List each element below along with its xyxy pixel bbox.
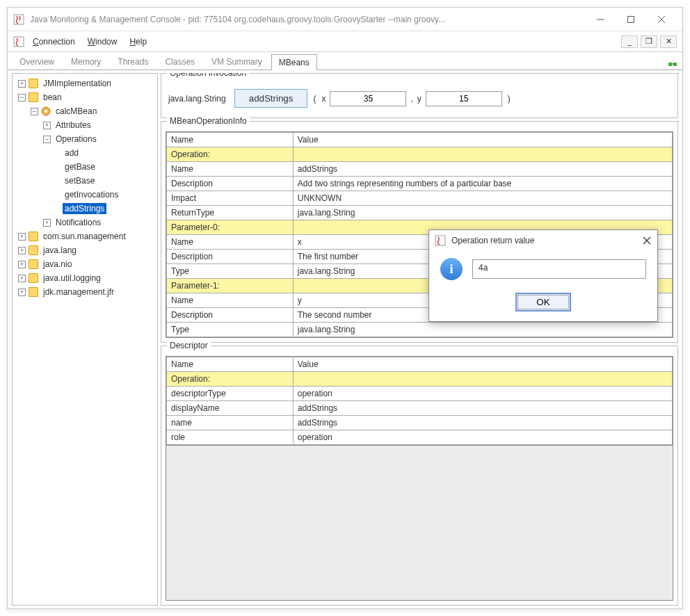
return-type-label: java.lang.String xyxy=(168,94,226,104)
result-field[interactable]: 4a xyxy=(472,259,646,279)
tree-node-java-lang[interactable]: +java.lang xyxy=(13,243,157,257)
maximize-button[interactable] xyxy=(616,10,646,29)
mdi-restore-button[interactable]: ❐ xyxy=(641,35,657,48)
tree-node-setbase[interactable]: setBase xyxy=(13,174,157,188)
group-title: Descriptor xyxy=(167,341,211,350)
table-row[interactable]: Operation: xyxy=(167,372,673,387)
tree-node-com-sun-management[interactable]: +com.sun.management xyxy=(13,229,157,243)
expand-icon[interactable]: + xyxy=(18,289,26,296)
main-panel: Operation invocation java.lang.String ad… xyxy=(161,73,678,606)
svg-rect-2 xyxy=(628,16,634,22)
descriptor-empty-area xyxy=(166,446,673,601)
close-button[interactable] xyxy=(646,10,677,29)
cell-value: addStrings xyxy=(293,162,672,177)
table-row[interactable]: ReturnTypejava.lang.String xyxy=(167,206,673,220)
tab-classes[interactable]: Classes xyxy=(157,54,202,70)
cell-name: Description xyxy=(167,177,294,191)
expand-icon[interactable]: + xyxy=(18,80,26,88)
connection-status-icon xyxy=(667,58,678,70)
th-name: Name xyxy=(167,357,294,372)
table-row[interactable]: roleoperation xyxy=(167,430,673,445)
collapse-icon[interactable]: – xyxy=(18,94,26,102)
group-title: Operation invocation xyxy=(167,73,249,78)
menu-window[interactable]: Window xyxy=(88,37,118,47)
table-row[interactable]: ImpactUNKNOWN xyxy=(167,191,673,206)
tab-overview[interactable]: Overview xyxy=(12,54,62,70)
table-row[interactable]: Operation: xyxy=(167,147,673,162)
ok-button[interactable]: OK xyxy=(515,293,570,311)
tree-node-attributes[interactable]: +Attributes xyxy=(13,118,157,132)
mdi-close-button[interactable]: ✕ xyxy=(660,35,677,48)
group-title: MBeanOperationInfo xyxy=(167,116,250,126)
folder-icon xyxy=(29,287,38,297)
table-row[interactable]: NameaddStrings xyxy=(167,162,673,177)
tab-vm-summary[interactable]: VM Summary xyxy=(204,54,270,70)
menu-help[interactable]: Help xyxy=(129,37,147,47)
tree-node-calcmbean[interactable]: –calcMBean xyxy=(13,104,157,118)
cell-value: Add two strings representing numbers of … xyxy=(293,177,672,191)
tree-node-add[interactable]: add xyxy=(13,146,157,160)
tree-node-bean[interactable]: –bean xyxy=(13,90,157,104)
tree-node-java-util-logging[interactable]: +java.util.logging xyxy=(13,271,157,285)
dialog-close-button[interactable] xyxy=(642,236,652,245)
menu-connection[interactable]: Connection xyxy=(33,37,75,47)
descriptor-table: NameValue Operation:descriptorTypeoperat… xyxy=(166,357,673,445)
tree-node-notifications[interactable]: +Notifications xyxy=(13,216,157,229)
mbean-icon xyxy=(41,106,51,116)
cell-name: role xyxy=(167,430,294,445)
param-x-label: x xyxy=(321,94,326,104)
rparen: ) xyxy=(508,94,511,104)
svg-point-10 xyxy=(45,110,47,113)
expand-icon[interactable]: + xyxy=(43,122,51,129)
cell-name: Operation: xyxy=(167,372,294,387)
tree-node-operations[interactable]: –Operations xyxy=(13,132,157,146)
tree-node-addstrings[interactable]: addStrings xyxy=(13,202,157,216)
expand-icon[interactable]: + xyxy=(18,261,26,268)
cell-value: addStrings xyxy=(293,401,672,416)
cell-name: Type xyxy=(167,264,294,279)
cell-name: Operation: xyxy=(167,147,294,162)
tree-node-jmimplementation[interactable]: +JMImplementation xyxy=(13,76,157,90)
tree-node-java-nio[interactable]: +java.nio xyxy=(13,257,157,271)
tab-memory[interactable]: Memory xyxy=(63,54,109,70)
table-row[interactable]: nameaddStrings xyxy=(167,416,673,430)
folder-icon xyxy=(29,259,38,269)
tab-threads[interactable]: Threads xyxy=(110,54,156,70)
cell-value: java.lang.String xyxy=(293,323,672,337)
expand-icon[interactable]: + xyxy=(43,219,51,227)
table-row[interactable]: descriptorTypeoperation xyxy=(167,387,673,401)
param-y-input[interactable] xyxy=(426,91,502,106)
app-icon xyxy=(13,14,24,25)
expand-icon[interactable]: + xyxy=(18,233,26,241)
th-value: Value xyxy=(293,357,672,372)
cell-name: descriptorType xyxy=(167,387,294,401)
cell-name: Name xyxy=(167,162,294,177)
tree-node-getinvocations[interactable]: getInvocations xyxy=(13,188,157,202)
tab-mbeans[interactable]: MBeans xyxy=(271,54,317,70)
mdi-minimize-button[interactable]: _ xyxy=(621,35,638,48)
minimize-button[interactable] xyxy=(585,10,616,29)
table-row[interactable]: DescriptionAdd two strings representing … xyxy=(167,177,673,191)
titlebar: Java Monitoring & Management Console - p… xyxy=(8,8,682,31)
expand-icon[interactable]: + xyxy=(18,247,26,254)
cell-name: name xyxy=(167,416,294,430)
collapse-icon[interactable]: – xyxy=(43,136,51,143)
expand-icon[interactable]: + xyxy=(18,275,26,282)
tree-node-jdk-management-jfr[interactable]: +jdk.management.jfr xyxy=(13,285,157,299)
collapse-icon[interactable]: – xyxy=(31,108,38,115)
cell-name: Parameter-0: xyxy=(167,220,294,235)
mbean-tree[interactable]: +JMImplementation –bean –calcMBean +Attr… xyxy=(12,73,158,606)
param-x-input[interactable] xyxy=(330,91,406,106)
table-row[interactable]: Typejava.lang.String xyxy=(167,323,673,337)
th-name: Name xyxy=(167,133,294,147)
tree-node-getbase[interactable]: getBase xyxy=(13,160,157,174)
cell-name: Name xyxy=(167,293,294,308)
cell-value: java.lang.String xyxy=(293,206,672,220)
cell-name: Impact xyxy=(167,191,294,206)
info-icon: i xyxy=(440,258,463,280)
operation-invocation-group: Operation invocation java.lang.String ad… xyxy=(161,73,678,118)
invoke-button[interactable]: addStrings xyxy=(234,89,308,108)
cell-value: operation xyxy=(293,430,672,445)
svg-rect-11 xyxy=(435,236,445,245)
table-row[interactable]: displayNameaddStrings xyxy=(167,401,673,416)
